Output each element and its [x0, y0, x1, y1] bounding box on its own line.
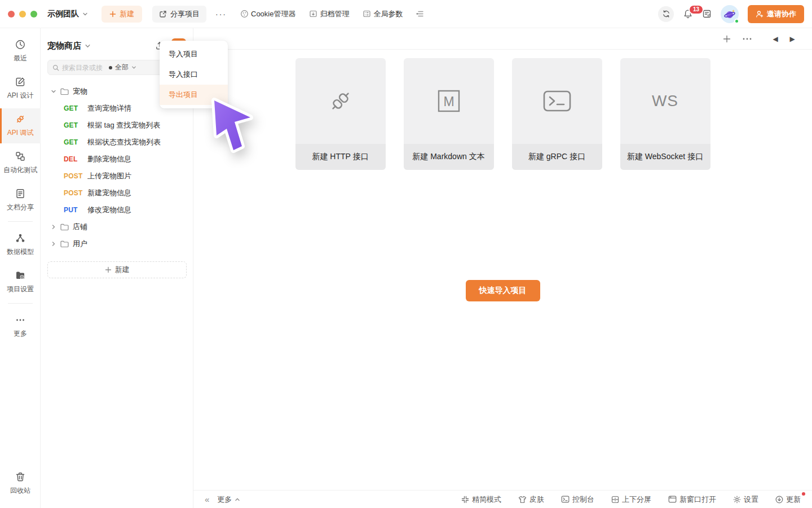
api-name: 新建宠物信息	[87, 188, 131, 198]
maximize-window-button[interactable]	[30, 11, 37, 17]
console-button[interactable]: 控制台	[561, 494, 594, 505]
sidebar-item-label: 回收站	[10, 486, 30, 496]
sidebar-item-project-settings[interactable]: 项目设置	[0, 265, 41, 300]
api-row[interactable]: POST上传宠物图片	[41, 168, 193, 185]
statusbar-item-label: 精简模式	[472, 494, 501, 505]
window-controls[interactable]	[8, 11, 37, 17]
sync-button[interactable]	[658, 6, 674, 22]
new-button[interactable]: 新建	[102, 6, 142, 23]
global-params-button[interactable]: 全局参数	[363, 9, 403, 19]
compact-icon	[461, 496, 469, 503]
split-screen-button[interactable]: 上下分屏	[611, 494, 651, 505]
menu-item-export-project[interactable]: 导出项目	[160, 85, 228, 105]
sidebar-divider	[8, 303, 33, 304]
env-list-icon[interactable]	[416, 10, 425, 17]
chevron-right-icon	[51, 241, 56, 247]
console-icon	[561, 496, 570, 503]
search-input[interactable]	[62, 64, 106, 72]
tab-more-button[interactable]	[740, 32, 754, 46]
method-badge: GET	[64, 138, 87, 146]
http-plug-icon	[326, 86, 355, 116]
method-badge: POST	[64, 172, 87, 180]
collapse-sidebar-icon[interactable]: «	[205, 494, 209, 504]
api-row[interactable]: GET根据 tag 查找宠物列表	[41, 117, 193, 134]
chevron-down-icon	[51, 89, 56, 94]
compact-mode-button[interactable]: 精简模式	[461, 494, 501, 505]
card-new-markdown[interactable]: M 新建 Markdown 文本	[404, 58, 494, 170]
api-row[interactable]: GET根据状态查找宠物列表	[41, 134, 193, 151]
archive-manager-button[interactable]: 归档管理	[309, 9, 349, 19]
method-badge: GET	[64, 104, 87, 112]
sidebar-item-label: 更多	[14, 329, 27, 339]
nav-forward-button[interactable]: ▶	[785, 32, 800, 46]
api-row[interactable]: POST新建宠物信息	[41, 185, 193, 202]
new-window-button[interactable]: 新窗口打开	[668, 494, 716, 505]
update-badge-dot	[802, 492, 805, 496]
sidebar-item-label: 最近	[14, 54, 27, 63]
search-box[interactable]: 全部	[47, 60, 166, 75]
new-item-cards: 新建 HTTP 接口 M 新建 Markdown 文本 新建 gRPC 接口 W…	[193, 58, 812, 170]
notifications-button[interactable]: 13	[683, 9, 693, 19]
person-add-icon	[756, 10, 764, 18]
export-context-menu: 导入项目 导入接口 导出项目	[160, 41, 228, 108]
chevron-down-icon	[131, 65, 136, 70]
folder-row-users[interactable]: 用户	[41, 235, 193, 252]
statusbar-more-button[interactable]: 更多	[217, 494, 240, 505]
panel-new-button[interactable]: 新建	[47, 261, 187, 278]
api-row[interactable]: DEL删除宠物信息	[41, 151, 193, 168]
new-window-icon	[668, 496, 677, 503]
gear-icon	[733, 496, 741, 503]
project-title-dropdown[interactable]: 宠物商店	[47, 41, 91, 51]
project-title: 宠物商店	[47, 41, 81, 51]
sidebar-item-api-design[interactable]: API 设计	[0, 71, 41, 106]
sidebar-item-doc-share[interactable]: 文档分享	[0, 183, 41, 218]
search-icon	[52, 64, 59, 71]
sidebar-item-label: API 调试	[7, 128, 34, 138]
sidebar-item-auto-test[interactable]: 自动化测试	[0, 146, 41, 181]
card-new-websocket[interactable]: WS 新建 WebSocket 接口	[620, 58, 710, 170]
skin-button[interactable]: 皮肤	[518, 494, 544, 505]
sidebar-item-recycle-bin[interactable]: 回收站	[0, 466, 41, 501]
statusbar-item-label: 皮肤	[529, 494, 544, 505]
minimize-window-button[interactable]	[19, 11, 26, 17]
sidebar-item-api-debug[interactable]: API 调试	[0, 108, 41, 143]
folder-row-store[interactable]: 店铺	[41, 218, 193, 235]
topbar-more-button[interactable]: ···	[215, 10, 227, 19]
quick-import-button[interactable]: 快速导入项目	[466, 280, 540, 301]
statusbar-item-label: 新窗口打开	[679, 494, 716, 505]
chevron-right-icon	[51, 224, 56, 230]
card-new-grpc[interactable]: 新建 gRPC 接口	[512, 58, 602, 170]
planet-icon	[723, 7, 736, 21]
menu-item-import-project[interactable]: 导入项目	[160, 44, 228, 64]
avatar[interactable]	[721, 5, 739, 23]
notification-badge: 13	[689, 5, 704, 15]
share-project-button[interactable]: 分享项目	[152, 6, 206, 23]
update-icon	[775, 496, 783, 503]
api-row[interactable]: PUT修改宠物信息	[41, 202, 193, 218]
sidebar-item-more[interactable]: 更多	[0, 309, 41, 344]
tab-bar: ◀ ▶	[193, 28, 812, 50]
share-project-label: 分享项目	[170, 9, 200, 19]
close-window-button[interactable]	[8, 11, 15, 17]
update-button[interactable]: 更新	[775, 494, 801, 505]
nav-back-button[interactable]: ◀	[768, 32, 783, 46]
cookie-manager-button[interactable]: Cookie管理器	[240, 9, 295, 19]
team-switcher[interactable]: 示例团队	[47, 9, 88, 19]
cookie-manager-label: Cookie管理器	[251, 9, 295, 19]
api-name: 查询宠物详情	[87, 103, 131, 113]
sidebar-item-data-model[interactable]: 数据模型	[0, 227, 41, 262]
folder-name: 店铺	[73, 222, 87, 232]
app-window: 示例团队 新建 分享项目 ··· Cookie管理器 归档管理 全局参数	[0, 0, 812, 508]
card-label: 新建 HTTP 接口	[295, 144, 386, 170]
markdown-icon: M	[435, 87, 462, 115]
new-tab-button[interactable]	[720, 32, 734, 46]
settings-button[interactable]: 设置	[733, 494, 758, 505]
archive-icon	[309, 10, 317, 18]
sidebar-item-recent[interactable]: 最近	[0, 34, 41, 69]
sidebar-item-label: 项目设置	[7, 284, 34, 294]
search-filter-dropdown[interactable]: 全部	[109, 63, 136, 72]
menu-item-import-api[interactable]: 导入接口	[160, 64, 228, 85]
invite-collaborate-button[interactable]: 邀请协作	[748, 5, 804, 23]
archive-manager-label: 归档管理	[320, 9, 349, 19]
card-new-http-api[interactable]: 新建 HTTP 接口	[295, 58, 386, 170]
